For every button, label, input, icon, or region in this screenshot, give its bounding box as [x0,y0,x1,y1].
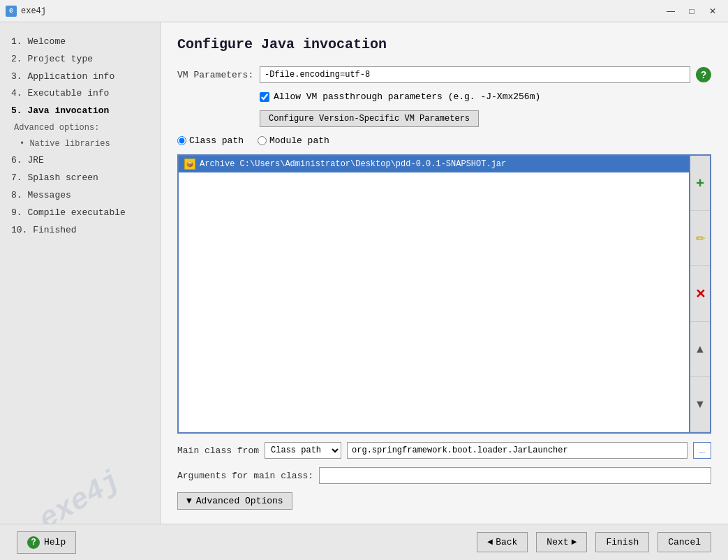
module-path-radio[interactable] [258,136,267,145]
vm-passthrough-row: Allow VM passthrough parameters (e.g. -J… [177,91,711,102]
back-label: Back [496,537,517,547]
vm-parameters-row: VM Parameters: ? [177,66,711,83]
module-path-label: Module path [269,135,329,146]
sidebar-watermark: exe4j [3,447,157,524]
jar-icon: 📦 [184,159,195,170]
class-path-radio[interactable] [177,136,186,145]
titlebar-title: exe4j [21,6,661,16]
advanced-options-label: Advanced Options [196,496,283,506]
configure-vm-button[interactable]: Configure Version-Specific VM Parameters [260,110,479,127]
classpath-edit-button[interactable]: ✏ [690,211,710,266]
advanced-options-button[interactable]: ▼ Advanced Options [177,492,292,510]
finish-label: Finish [606,537,639,547]
main-container: 1. Welcome 2. Project type 3. Applicatio… [0,22,728,524]
help-button[interactable]: ? Help [17,531,76,554]
main-class-label: Main class from [177,445,259,456]
back-button[interactable]: ◄ Back [477,532,528,552]
arguments-row: Arguments for main class: [177,467,711,484]
classpath-delete-button[interactable]: ✕ [690,266,710,321]
classpath-list[interactable]: 📦 Archive C:\Users\Administrator\Desktop… [177,154,690,434]
arguments-input[interactable] [319,467,711,484]
classpath-down-button[interactable]: ▼ [690,377,710,432]
maximize-button[interactable]: □ [682,4,701,18]
next-button[interactable]: Next ► [536,532,587,552]
content-area: Configure Java invocation VM Parameters:… [161,22,728,524]
finish-button[interactable]: Finish [595,532,649,552]
classpath-area: 📦 Archive C:\Users\Administrator\Desktop… [177,154,711,434]
titlebar-controls: — □ ✕ [661,4,722,18]
help-label: Help [44,537,66,547]
sidebar-item-jre[interactable]: 6. JRE [8,152,151,170]
sidebar-item-compile-executable[interactable]: 9. Compile executable [8,205,151,222]
main-class-input[interactable] [347,442,688,459]
classpath-up-button[interactable]: ▲ [690,322,710,377]
close-button[interactable]: ✕ [703,4,722,18]
sidebar-item-messages[interactable]: 8. Messages [8,187,151,205]
back-icon: ◄ [487,537,493,547]
cancel-label: Cancel [668,537,701,547]
vm-help-button[interactable]: ? [696,67,711,82]
next-label: Next [547,537,568,547]
main-class-select[interactable]: Class path Module path [265,442,341,459]
classpath-add-button[interactable]: + [690,156,710,211]
main-class-row: Main class from Class path Module path .… [177,442,711,459]
class-path-option[interactable]: Class path [177,135,244,146]
radio-row: Class path Module path [177,135,711,146]
classpath-side-buttons: + ✏ ✕ ▲ ▼ [690,154,711,434]
vm-parameters-label: VM Parameters: [177,70,254,80]
module-path-option[interactable]: Module path [258,135,329,146]
vm-passthrough-label: Allow VM passthrough parameters (e.g. -J… [274,91,540,102]
advanced-options-arrow: ▼ [186,496,192,506]
sidebar-item-app-info[interactable]: 3. Application info [8,68,151,86]
vm-passthrough-checkbox[interactable] [260,92,269,102]
classpath-item-label: Archive C:\Users\Administrator\Desktop\p… [200,159,506,169]
sidebar-item-native-libraries[interactable]: • Native libraries [8,136,151,152]
sidebar-item-project-type[interactable]: 2. Project type [8,51,151,68]
sidebar: 1. Welcome 2. Project type 3. Applicatio… [0,22,161,524]
sidebar-item-java-invocation[interactable]: 5. Java invocation [8,103,151,120]
sidebar-item-executable-info[interactable]: 4. Executable info [8,85,151,103]
vm-parameters-input[interactable] [260,66,690,83]
sidebar-item-advanced-label: Advanced options: [8,120,151,136]
app-icon: e [6,6,17,17]
page-title: Configure Java invocation [177,36,711,52]
sidebar-item-splash-screen[interactable]: 7. Splash screen [8,170,151,187]
arguments-label: Arguments for main class: [177,471,313,481]
minimize-button[interactable]: — [661,4,681,18]
bottom-bar: ? Help ◄ Back Next ► Finish Cancel [0,524,728,560]
configure-btn-row: Configure Version-Specific VM Parameters [177,110,711,127]
help-icon: ? [27,536,40,549]
cancel-button[interactable]: Cancel [658,532,711,552]
sidebar-item-finished[interactable]: 10. Finished [8,222,151,240]
main-class-browse-button[interactable]: ... [693,442,711,459]
class-path-label: Class path [189,135,244,146]
next-icon: ► [572,537,577,547]
titlebar: e exe4j — □ ✕ [0,0,728,22]
classpath-item[interactable]: 📦 Archive C:\Users\Administrator\Desktop… [179,156,689,172]
sidebar-item-welcome[interactable]: 1. Welcome [8,34,151,51]
